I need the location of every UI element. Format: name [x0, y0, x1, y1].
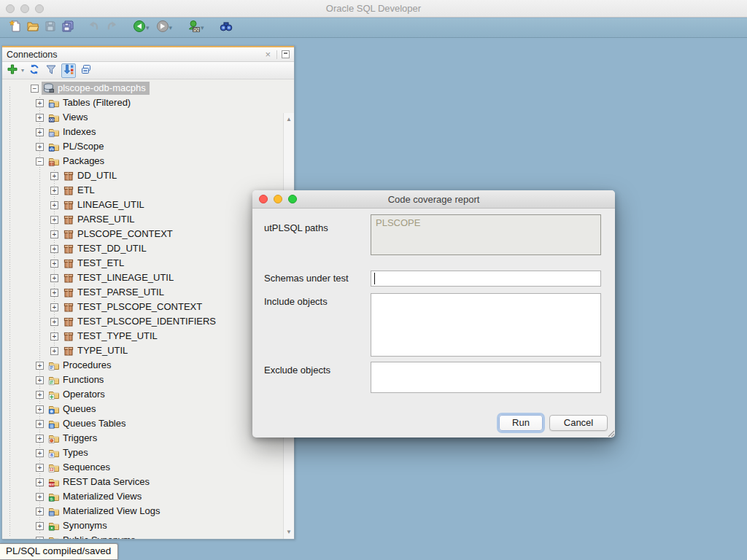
expand-plus-icon[interactable]: + [36, 420, 44, 428]
expand-plus-icon[interactable]: + [36, 435, 44, 443]
expand-plus-icon[interactable]: + [36, 362, 44, 370]
open-button[interactable] [25, 20, 41, 36]
tree-item-types[interactable]: + aTypes [2, 446, 282, 460]
tree-item-functions[interactable]: + Functions [2, 373, 282, 387]
expand-plus-icon[interactable]: + [50, 245, 58, 253]
tree-item-etl[interactable]: +ETL [2, 183, 282, 198]
exclude-objects-label: Exclude objects [264, 365, 330, 376]
expand-plus-icon[interactable]: + [36, 376, 44, 384]
tree-item-content: Procedures [47, 359, 115, 372]
expand-plus-icon[interactable]: + [36, 493, 44, 501]
tree-item-test-parse-util[interactable]: +TEST_PARSE_UTIL [2, 285, 282, 300]
expand-plus-icon[interactable]: + [36, 143, 44, 151]
exclude-objects-field[interactable] [371, 362, 601, 393]
back-dropdown-chevron-icon[interactable]: ▾ [146, 20, 150, 36]
new-file-button[interactable] [7, 20, 23, 36]
cancel-button[interactable]: Cancel [549, 415, 608, 431]
tree-item-materialized-view-logs[interactable]: + Materialized View Logs [2, 504, 282, 518]
save-all-button[interactable] [60, 20, 76, 36]
tree-item-queues[interactable]: + Queues [2, 402, 282, 416]
panel-minimize-icon[interactable] [282, 50, 290, 58]
tree-item-packages[interactable]: − Packages [2, 154, 282, 168]
tree-item-tables-filtered-[interactable]: + Tables (Filtered) [2, 96, 282, 110]
expand-plus-icon[interactable]: + [50, 187, 58, 195]
tree-item-test-plscope-identifiers[interactable]: +TEST_PLSCOPE_IDENTIFIERS [2, 314, 282, 329]
expand-plus-icon[interactable]: + [50, 216, 58, 224]
include-objects-field[interactable] [371, 293, 601, 357]
expand-plus-icon[interactable]: + [36, 391, 44, 399]
tree-item-parse-util[interactable]: +PARSE_UTIL [2, 212, 282, 227]
indexes-icon [48, 126, 60, 138]
tree-item-plscope-odb-macphs[interactable]: −plscope-odb-macphs [2, 81, 282, 96]
connections-panel-toolbar: ▾ [2, 62, 294, 79]
expand-plus-icon[interactable]: + [36, 478, 44, 486]
forward-button[interactable] [155, 20, 171, 36]
expand-plus-icon[interactable]: + [50, 274, 58, 282]
filter-button[interactable] [44, 63, 58, 78]
tree-item-views[interactable]: + Views [2, 110, 282, 125]
tree-item-rest-data-services[interactable]: + RESTREST Data Services [2, 475, 282, 489]
tree-item-lineage-util[interactable]: +LINEAGE_UTIL [2, 198, 282, 212]
expand-minus-icon[interactable]: − [31, 85, 39, 93]
expand-plus-icon[interactable]: + [36, 114, 44, 122]
add-connection-button[interactable] [6, 63, 19, 78]
tree-item-test-dd-util[interactable]: +TEST_DD_UTIL [2, 241, 282, 256]
scrollbar-up-arrow-icon[interactable]: ▲ [284, 114, 294, 125]
sort-connections-button[interactable] [61, 63, 76, 78]
tree-item-test-etl[interactable]: +TEST_ETL [2, 256, 282, 271]
tree-item-test-lineage-util[interactable]: +TEST_LINEAGE_UTIL [2, 271, 282, 285]
expand-plus-icon[interactable]: + [50, 172, 58, 180]
expand-plus-icon[interactable]: + [50, 347, 58, 355]
back-button[interactable] [131, 20, 147, 36]
expand-plus-icon[interactable]: + [36, 405, 44, 413]
tree-item-plscope-context[interactable]: +PLSCOPE_CONTEXT [2, 227, 282, 241]
tree-item-operators[interactable]: + Operators [2, 387, 282, 402]
expand-plus-icon[interactable]: + [50, 289, 58, 297]
collapse-all-button[interactable] [80, 63, 93, 78]
redo-button [104, 20, 120, 36]
collapse-all-icon [80, 63, 92, 78]
expand-plus-icon[interactable]: + [36, 464, 44, 472]
add-connection-dropdown-chevron-icon[interactable]: ▾ [21, 67, 24, 74]
run-button[interactable]: Run [499, 415, 543, 431]
tree-item-test-plscope-context[interactable]: +TEST_PLSCOPE_CONTEXT [2, 300, 282, 314]
resize-grip-icon[interactable] [606, 429, 614, 437]
expand-minus-icon[interactable]: − [36, 158, 44, 166]
refresh-button[interactable] [28, 63, 41, 78]
tree-item-sequences[interactable]: + 12Sequences [2, 460, 282, 475]
expand-plus-icon[interactable]: + [50, 230, 58, 238]
tree-item-indexes[interactable]: + Indexes [2, 125, 282, 139]
tree-item-synonyms[interactable]: + Synonyms [2, 518, 282, 533]
package-icon [63, 272, 74, 284]
plscope-icon [48, 141, 60, 152]
dialog-titlebar[interactable]: Code coverage report [252, 190, 615, 209]
tree-item-pl-scope[interactable]: + PL/Scope [2, 139, 282, 154]
panel-close-icon[interactable]: × [263, 50, 272, 59]
tree-item-label: Queues [63, 403, 98, 415]
expand-plus-icon[interactable]: + [36, 522, 44, 530]
tree-item-queues-tables[interactable]: + Queues Tables [2, 416, 282, 431]
search-button[interactable] [218, 20, 234, 36]
tree-item-materialized-views[interactable]: + Materialized Views [2, 489, 282, 504]
expand-plus-icon[interactable]: + [50, 318, 58, 326]
expand-plus-icon[interactable]: + [50, 260, 58, 268]
sql-worksheet-button[interactable]: SQL [186, 20, 202, 36]
expand-plus-icon[interactable]: + [50, 303, 58, 311]
tree-item-procedures[interactable]: + Procedures [2, 358, 282, 373]
tree-item-type-util[interactable]: +TYPE_UTIL [2, 343, 282, 358]
scrollbar-down-arrow-icon[interactable]: ▼ [284, 527, 294, 537]
expand-plus-icon[interactable]: + [36, 508, 44, 516]
expand-plus-icon[interactable]: + [36, 128, 44, 136]
forward-dropdown-chevron-icon[interactable]: ▾ [169, 20, 173, 36]
schemas-under-test-input[interactable] [371, 271, 601, 287]
expand-plus-icon[interactable]: + [50, 332, 58, 341]
tree-item-triggers[interactable]: + Triggers [2, 431, 282, 446]
tree-item-test-type-util[interactable]: +TEST_TYPE_UTIL [2, 329, 282, 343]
expand-plus-icon[interactable]: + [50, 201, 58, 209]
expand-plus-icon[interactable]: + [36, 99, 44, 107]
tree-item-public-synonyms[interactable]: + Public Synonyms [2, 533, 282, 539]
tree-item-dd-util[interactable]: +DD_UTIL [2, 168, 282, 183]
expand-plus-icon[interactable]: + [36, 449, 44, 457]
sql-worksheet-dropdown-chevron-icon[interactable]: ▾ [201, 20, 204, 36]
expand-plus-icon[interactable]: + [36, 537, 44, 540]
